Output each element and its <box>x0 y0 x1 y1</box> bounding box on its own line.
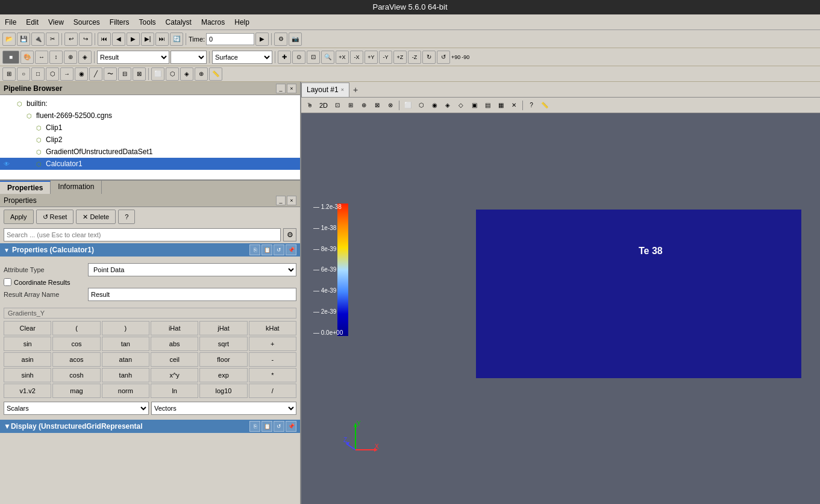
xplus-button[interactable]: +X <box>336 51 349 64</box>
xminus-button[interactable]: -X <box>350 51 363 64</box>
tb2-btn4[interactable]: ↕ <box>49 51 63 64</box>
tree-item-clip1[interactable]: ⬡ Clip1 <box>0 122 300 134</box>
calc-cosh[interactable]: cosh <box>52 368 100 382</box>
vp-select-poly[interactable]: ⬡ <box>415 99 427 111</box>
vp-view-reset[interactable]: ⊡ <box>331 99 343 111</box>
cylinder-button[interactable]: ⬡ <box>46 67 59 81</box>
coordinate-results-checkbox[interactable] <box>4 278 11 286</box>
result-array-name-input[interactable] <box>88 288 296 301</box>
undo-button[interactable]: ↩ <box>64 33 78 46</box>
calc-clear[interactable]: Clear <box>4 321 51 335</box>
vectors-dropdown[interactable]: Vectors <box>151 402 296 415</box>
calc-xpowy[interactable]: x^y <box>151 368 198 382</box>
reset-camera-button[interactable]: ⊡ <box>307 51 320 64</box>
vp-btn7[interactable]: ⊗ <box>384 99 396 111</box>
display-copy-button[interactable]: ⎘ <box>249 421 260 432</box>
vp-sel-btn6[interactable]: ▣ <box>468 99 480 111</box>
next-frame-button[interactable]: ▶| <box>141 33 154 46</box>
vp-sel-btn8[interactable]: ▦ <box>495 99 507 111</box>
loop-button[interactable]: 🔄 <box>170 33 183 46</box>
surface-dropdown[interactable]: Surface <box>212 51 272 64</box>
display-pin-button[interactable]: 📌 <box>286 421 296 432</box>
first-frame-button[interactable]: ⏮ <box>98 33 111 46</box>
layout-tab-close[interactable]: × <box>341 87 344 93</box>
calc-log10[interactable]: log10 <box>199 384 247 398</box>
display-paste-button[interactable]: 📋 <box>261 421 272 432</box>
vp-query-btn[interactable]: ? <box>525 99 537 111</box>
camera-button[interactable]: 📷 <box>289 33 302 46</box>
calc-jhat[interactable]: jHat <box>199 321 247 335</box>
time-submit-button[interactable]: ▶ <box>255 33 269 46</box>
result-dropdown[interactable]: Result <box>97 51 169 64</box>
tree-item-calculator1[interactable]: 👁 ⬡ Calculator1 <box>0 158 300 170</box>
vp-btn6[interactable]: ⊠ <box>371 99 383 111</box>
menu-sources[interactable]: Sources <box>69 17 105 28</box>
threshold-button[interactable]: ⊠ <box>133 67 146 81</box>
sphere-button[interactable]: ○ <box>17 67 30 81</box>
calc-cos[interactable]: cos <box>52 337 100 351</box>
zplus-button[interactable]: +Z <box>393 51 407 64</box>
calc-norm[interactable]: norm <box>102 384 149 398</box>
component-dropdown[interactable] <box>171 51 207 64</box>
query-button[interactable]: ⊙ <box>292 51 305 64</box>
tb2-btn6[interactable]: ◈ <box>78 51 92 64</box>
disk-button[interactable]: ◉ <box>75 67 88 81</box>
help-button[interactable]: ? <box>118 210 135 224</box>
connect-button[interactable]: 🔌 <box>31 33 45 46</box>
select-point-button[interactable]: ◈ <box>180 67 193 81</box>
pipeline-minimize-button[interactable]: _ <box>276 84 286 93</box>
scalars-dropdown[interactable]: Scalars <box>4 402 149 415</box>
play-button[interactable]: ▶ <box>127 33 140 46</box>
calc-ihat[interactable]: iHat <box>151 321 198 335</box>
menu-file[interactable]: File <box>0 17 21 28</box>
calc-ceil[interactable]: ceil <box>151 352 198 367</box>
menu-catalyst[interactable]: Catalyst <box>161 17 196 28</box>
menu-view[interactable]: View <box>43 17 69 28</box>
calc-khat[interactable]: kHat <box>249 321 296 335</box>
search-gear-button[interactable]: ⚙ <box>283 228 296 241</box>
calc-plus[interactable]: + <box>249 337 296 351</box>
slice-button[interactable]: ⊟ <box>118 67 131 81</box>
reset-button[interactable]: ↺ Reset <box>36 210 74 224</box>
tb2-btn5[interactable]: ⊕ <box>64 51 77 64</box>
calc-sinh[interactable]: sinh <box>4 368 51 382</box>
display-refresh-button[interactable]: ↺ <box>274 421 284 432</box>
settings-button[interactable]: ⚙ <box>274 33 287 46</box>
vp-btn5[interactable]: ⊕ <box>358 99 370 111</box>
calc-multiply[interactable]: * <box>249 368 296 382</box>
cube-button[interactable]: □ <box>31 67 45 81</box>
disconnect-button[interactable]: ✂ <box>46 33 59 46</box>
pick-button[interactable]: ✚ <box>278 51 291 64</box>
rotate-ccw-button[interactable]: ↺ <box>437 51 450 64</box>
viewport[interactable]: — 1.2e-38 — 1e-38 — 8e-39 — 6e-39 — 4e-3… <box>301 113 820 504</box>
calc-minus[interactable]: - <box>249 352 296 367</box>
zoom-button[interactable]: 🔍 <box>321 51 334 64</box>
select-rect-button[interactable]: ⬜ <box>151 67 164 81</box>
arrow-button[interactable]: → <box>60 67 74 81</box>
tb3-btn14[interactable]: ⊕ <box>195 67 208 81</box>
menu-tools[interactable]: Tools <box>134 17 161 28</box>
pipeline-close-button[interactable]: × <box>287 84 296 93</box>
calc-tan[interactable]: tan <box>102 337 149 351</box>
layout-tab-1[interactable]: Layout #1 × <box>301 82 349 97</box>
save-button[interactable]: 💾 <box>17 33 30 46</box>
prev-frame-button[interactable]: ◀ <box>112 33 125 46</box>
solid-color-button[interactable]: ■ <box>2 51 19 64</box>
open-button[interactable]: 📂 <box>2 33 16 46</box>
calc-close-paren[interactable]: ) <box>102 321 149 335</box>
line-button[interactable]: ╱ <box>89 67 102 81</box>
apply-button[interactable]: Apply <box>4 210 34 224</box>
props-refresh-button[interactable]: ↺ <box>274 244 284 255</box>
tree-item-builtin[interactable]: ⬡ builtin: <box>0 98 300 110</box>
tab-information[interactable]: Information <box>51 181 102 194</box>
attribute-type-dropdown[interactable]: Point Data Cell Data Field Data <box>88 263 296 276</box>
props-copy-button[interactable]: ⎘ <box>249 244 260 255</box>
calc-ln[interactable]: ln <box>151 384 198 398</box>
calc-floor[interactable]: floor <box>199 352 247 367</box>
calc-divide[interactable]: / <box>249 384 296 398</box>
vp-2d-button[interactable]: 2D <box>317 99 330 111</box>
vp-sel-btn5[interactable]: ◇ <box>455 99 467 111</box>
vp-zoom-fit[interactable]: ⊞ <box>345 99 357 111</box>
props-paste-button[interactable]: 📋 <box>261 244 272 255</box>
rotate-cw-button[interactable]: ↻ <box>422 51 436 64</box>
